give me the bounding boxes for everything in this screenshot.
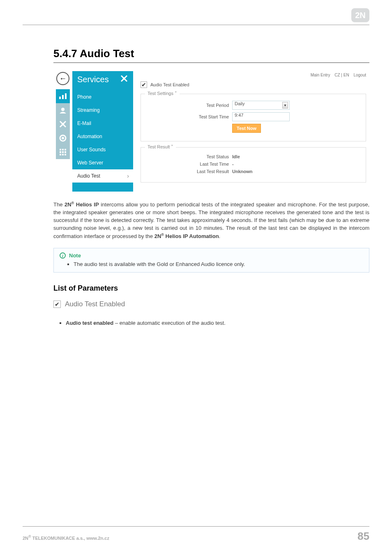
sidebar-item-user-sounds[interactable]: User Sounds [72, 143, 133, 156]
nav-icon-3[interactable] [56, 117, 70, 131]
svg-rect-8 [60, 149, 61, 150]
nav-icon-1[interactable] [56, 89, 70, 103]
svg-rect-2 [62, 95, 64, 99]
param-item: Audio test enabled – enable automatic ex… [66, 320, 369, 326]
input-test-start-time[interactable]: 9:47 [232, 112, 290, 121]
audio-test-enabled-label: Audio Test Enabled [150, 82, 189, 87]
svg-point-17 [123, 77, 125, 80]
brand-logo: 2N [351, 8, 369, 22]
sidebar-item-phone[interactable]: Phone [72, 90, 133, 104]
label-last-test-result: Last Test Result [146, 169, 232, 174]
nav-icon-4[interactable] [56, 131, 70, 145]
svg-rect-11 [60, 151, 61, 153]
note-box: i Note The audio test is available with … [53, 248, 369, 273]
svg-rect-9 [62, 149, 64, 150]
sidebar: Services Phone Streaming E-Mail Automati… [72, 71, 133, 192]
value-test-status: Idle [232, 154, 240, 159]
sidebar-item-email[interactable]: E-Mail [72, 117, 133, 130]
sidebar-item-audio-test[interactable]: Audio Test [72, 169, 133, 183]
services-icon [120, 74, 128, 85]
sidebar-item-streaming[interactable]: Streaming [72, 104, 133, 117]
legend-test-settings[interactable]: Test Settings ˅ [145, 91, 180, 96]
param-checkbox-label: Audio Test Enabled [65, 300, 125, 308]
info-icon: i [60, 252, 66, 259]
svg-rect-1 [59, 97, 61, 99]
sidebar-item-automation[interactable]: Automation [72, 130, 133, 143]
legend-test-result[interactable]: Test Result ˅ [145, 144, 176, 150]
fieldset-test-settings: Test Settings ˅ Test Period Daily ▼ Test… [141, 94, 366, 141]
svg-point-5 [62, 123, 64, 125]
label-test-start-time: Test Start Time [146, 114, 232, 119]
value-last-test-time: - [232, 162, 234, 166]
value-last-test-result: Unknown [232, 169, 253, 174]
svg-point-7 [62, 137, 64, 139]
svg-rect-16 [65, 154, 66, 155]
label-test-period: Test Period [146, 103, 232, 108]
svg-rect-15 [62, 154, 64, 155]
audio-test-enabled-checkbox[interactable]: ✔ [141, 81, 147, 88]
chevron-down-icon[interactable]: ▼ [282, 102, 288, 109]
label-test-status: Test Status [146, 154, 232, 159]
sidebar-title-text: Services [77, 75, 109, 84]
app-screenshot: ← Services Phone Streaming E-Mail Automa… [53, 71, 369, 192]
svg-rect-14 [60, 154, 61, 155]
svg-rect-10 [65, 149, 66, 150]
select-test-period[interactable]: Daily [232, 101, 290, 110]
fieldset-test-result: Test Result ˅ Test Status Idle Last Test… [141, 147, 366, 183]
lang-switch[interactable]: CZ | EN [334, 73, 349, 77]
nav-icon-2[interactable] [56, 103, 70, 117]
test-now-button[interactable]: Test Now [232, 124, 261, 133]
logo-text: 2N [355, 11, 366, 20]
note-item: The audio test is available with the Gol… [74, 261, 363, 267]
nav-icon-5[interactable] [56, 145, 70, 159]
note-title: Note [69, 252, 81, 259]
parameter-illustration: ✔ Audio Test Enabled [53, 300, 369, 308]
page-number: 85 [357, 530, 369, 543]
footer-text: 2N® TELEKOMUNIKACE a.s., www.2n.cz [23, 534, 109, 541]
link-logout[interactable]: Logout [353, 73, 366, 77]
label-last-test-time: Last Test Time [146, 162, 232, 166]
svg-point-4 [61, 108, 65, 111]
sidebar-item-web-server[interactable]: Web Server [72, 156, 133, 169]
param-checkbox-icon: ✔ [53, 301, 61, 308]
svg-rect-12 [62, 151, 64, 153]
page-title: 5.4.7 Audio Test [23, 47, 369, 60]
link-main-entry[interactable]: Main Entry [311, 73, 330, 77]
body-paragraph: The 2N® Helios IP intercoms allow you to… [53, 201, 369, 240]
subheading-list-of-parameters: List of Parameters [53, 284, 369, 293]
back-button[interactable]: ← [56, 72, 69, 85]
svg-rect-13 [65, 151, 66, 153]
svg-rect-3 [65, 93, 67, 99]
